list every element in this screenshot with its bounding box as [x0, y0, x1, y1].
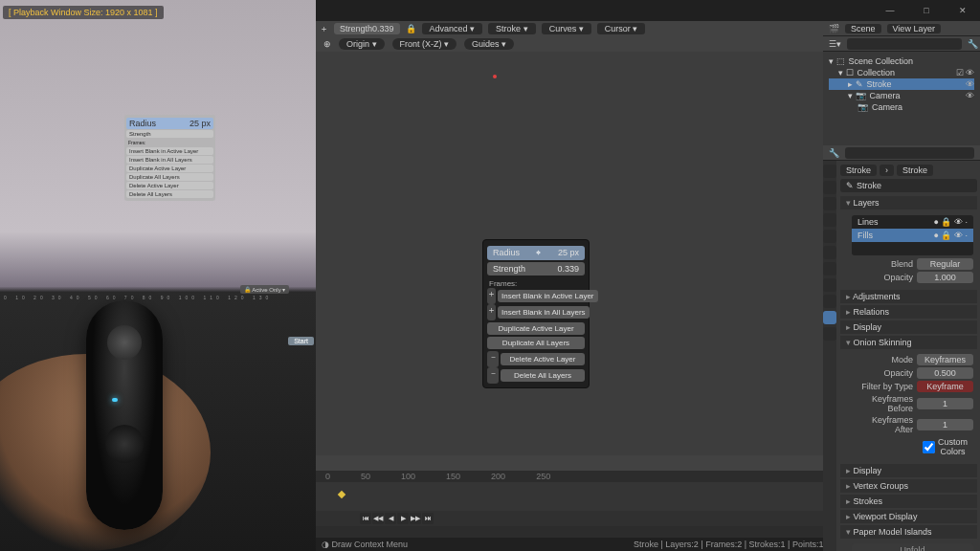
onion-skinning-panel: Onion Skinning ModeKeyframes Opacity0.50…	[840, 336, 977, 462]
layer-lines[interactable]: Lines● 🔒 👁 ·	[852, 215, 973, 229]
stroke-dropdown[interactable]: Stroke	[488, 23, 536, 34]
render-tab-icon[interactable]	[823, 165, 836, 178]
stroke-row[interactable]: ▸ ✎Stroke👁	[829, 78, 974, 90]
object-tab-icon[interactable]	[823, 246, 836, 259]
play-icon[interactable]: ▶	[397, 513, 409, 524]
curves-dropdown[interactable]: Curves	[542, 23, 591, 34]
status-left: ◑ Draw Context Menu	[322, 540, 408, 549]
jump-start-icon[interactable]: ⏮	[360, 513, 371, 524]
mini-ticks: 0 10 20 30 40 50 60 70 80 90 100 110 120…	[0, 295, 316, 304]
insert-blank-all-button[interactable]: Insert Blank in All Layers	[498, 306, 590, 319]
adjustments-panel[interactable]: Adjustments	[840, 290, 977, 303]
layers-panel: Layers Lines● 🔒 👁 · Fills● 🔒 👁 · BlendRe…	[840, 196, 977, 288]
onion-filter-select[interactable]: Keyframe	[917, 381, 973, 392]
radius-slider[interactable]: Radius⌖25 px	[487, 246, 585, 260]
properties-editor: Stroke›Stroke ✎ Stroke Layers Lines● 🔒 👁…	[823, 161, 980, 551]
camera-data-row[interactable]: 📷Camera	[829, 101, 974, 113]
playback-region: [ Playback Window Size: 1920 x 1081 ] Ra…	[0, 0, 316, 551]
scene-selector[interactable]: Scene	[845, 24, 881, 33]
properties-tabs	[823, 161, 836, 551]
display-panel[interactable]: Display	[840, 320, 977, 334]
strength-field[interactable]: Strength0.339	[334, 23, 400, 34]
constraints-tab-icon[interactable]	[823, 295, 836, 308]
camera-row[interactable]: ▾ 📷Camera👁	[829, 90, 974, 101]
axis-icon[interactable]: ⊕	[323, 39, 331, 49]
insert-blank-active-button[interactable]: Insert Blank in Active Layer	[498, 290, 598, 302]
material-tab-icon[interactable]	[823, 327, 836, 341]
prev-key-icon[interactable]: ◀◀	[372, 513, 384, 524]
props-search-input[interactable]	[845, 147, 974, 159]
delete-active-button[interactable]: Delete Active Layer	[501, 353, 585, 365]
onion-display-panel[interactable]: Display	[840, 464, 977, 477]
viewlayer-selector[interactable]: View Layer	[887, 24, 941, 33]
next-key-icon[interactable]: ▶▶	[410, 513, 421, 524]
keyframes-after-field[interactable]: 1	[917, 419, 973, 430]
play-rev-icon[interactable]: ◀	[385, 513, 396, 524]
datablock-selector[interactable]: ✎ Stroke	[840, 179, 977, 192]
breadcrumb: Stroke›Stroke	[840, 165, 977, 176]
right-sidebar: 🎬 Scene View Layer ☰▾ 🔧 ▾ ⬚Scene Collect…	[823, 21, 980, 551]
output-tab-icon[interactable]	[823, 181, 836, 194]
keyframes-before-field[interactable]: 1	[917, 398, 973, 409]
unfold-button[interactable]: Unfold	[852, 543, 973, 551]
props-icon[interactable]: 🔧	[829, 148, 839, 158]
onion-mode-select[interactable]: Keyframes	[917, 354, 973, 365]
cursor-dropdown[interactable]: Cursor	[597, 23, 646, 34]
duplicate-active-button[interactable]: Duplicate Active Layer	[487, 322, 585, 335]
scene-icon[interactable]: 🎬	[829, 24, 839, 33]
playback-controls: ⏮ ◀◀ ◀ ▶ ▶▶ ⏭	[360, 513, 434, 524]
onion-opacity-slider[interactable]: 0.500	[917, 367, 973, 379]
viewlayer-tab-icon[interactable]	[823, 197, 836, 210]
modifiers-tab-icon[interactable]	[823, 262, 836, 276]
frames-section-label: Frames:	[487, 277, 585, 288]
draw-context-menu[interactable]: Radius⌖25 px Strength0.339 Frames: ＋Inse…	[482, 239, 590, 388]
maximize-icon[interactable]: □	[913, 3, 940, 18]
collection-row: ▾ ☐Collection☑👁	[829, 67, 974, 78]
jump-end-icon[interactable]: ⏭	[422, 513, 434, 524]
duplicate-all-button[interactable]: Duplicate All Layers	[487, 337, 585, 349]
layer-fills[interactable]: Fills● 🔒 👁 ·	[852, 229, 973, 242]
custom-colors-checkbox[interactable]	[923, 441, 935, 453]
strength-slider[interactable]: Strength0.339	[487, 262, 585, 276]
view-plane-selector[interactable]: Front (X-Z)	[392, 38, 457, 50]
advanced-dropdown[interactable]: Advanced	[422, 23, 483, 34]
paper-model-panel[interactable]: Paper Model Islands	[840, 525, 977, 539]
vertex-groups-panel[interactable]: Vertex Groups	[840, 479, 977, 493]
blend-mode-select[interactable]: Regular	[917, 258, 973, 270]
world-tab-icon[interactable]	[823, 230, 836, 243]
close-icon[interactable]: ✕	[949, 3, 976, 18]
remote-controller	[86, 300, 163, 530]
strokes-panel[interactable]: Strokes	[840, 495, 977, 508]
active-only-badge: 🔒 Active Only ▾	[240, 285, 289, 294]
outliner-search-input[interactable]	[847, 38, 962, 50]
lock-icon[interactable]: 🔒	[406, 24, 416, 33]
outliner[interactable]: ▾ ⬚Scene Collection ▾ ☐Collection☑👁 ▸ ✎S…	[823, 52, 980, 145]
data-tab-icon[interactable]	[823, 311, 836, 324]
fx-tab-icon[interactable]	[823, 278, 836, 292]
add-tab-icon[interactable]: ＋	[320, 23, 328, 35]
window-titlebar: — □ ✕	[316, 0, 980, 21]
layer-opacity-slider[interactable]: 1.000	[917, 272, 973, 283]
scene-collection-row: ▾ ⬚Scene Collection	[829, 55, 974, 67]
origin-selector[interactable]: Origin	[339, 38, 385, 50]
minimize-icon[interactable]: —	[877, 3, 903, 18]
viewport-display-panel[interactable]: Viewport Display	[840, 510, 977, 523]
gp-layers-list[interactable]: Lines● 🔒 👁 · Fills● 🔒 👁 ·	[852, 215, 973, 255]
scene-tab-icon[interactable]	[823, 213, 836, 227]
mini-context-menu-mirror: Radius 25 px Strength Frames: Insert Bla…	[124, 115, 215, 201]
outliner-mode-icon[interactable]: ☰▾	[829, 39, 841, 49]
mini-start-label: Start	[288, 337, 314, 345]
delete-all-button[interactable]: Delete All Layers	[501, 369, 585, 382]
relations-panel[interactable]: Relations	[840, 305, 977, 319]
cursor-3d-icon	[493, 75, 497, 78]
guides-selector[interactable]: Guides	[464, 38, 514, 50]
filter-icon[interactable]: 🔧	[968, 39, 978, 49]
keyframe-icon[interactable]	[338, 491, 345, 498]
playback-label: [ Playback Window Size: 1920 x 1081 ]	[3, 6, 164, 19]
